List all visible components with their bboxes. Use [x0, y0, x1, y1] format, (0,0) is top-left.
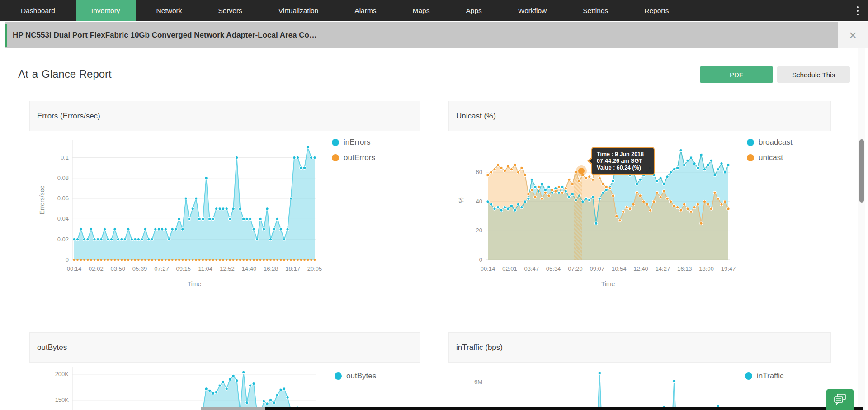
svg-text:05:39: 05:39	[132, 265, 147, 272]
svg-text:0.1: 0.1	[61, 154, 69, 161]
legend-dot-broadcast	[747, 139, 754, 146]
top-nav: DashboardInventoryNetworkServersVirtuali…	[0, 0, 868, 21]
nav-item-alarms[interactable]: Alarms	[339, 0, 392, 21]
svg-text:16:13: 16:13	[677, 265, 692, 272]
legend-dot-inErrors	[332, 139, 339, 146]
nav-item-servers[interactable]: Servers	[203, 0, 257, 21]
legend-unicast: broadcastunicast	[747, 138, 793, 162]
svg-text:00:14: 00:14	[481, 265, 495, 272]
svg-text:02:02: 02:02	[89, 265, 104, 272]
page-title: At-a-Glance Report	[18, 68, 112, 80]
chart-title-errors: Errors (Errors/sec)	[37, 112, 100, 121]
svg-text:200K: 200K	[55, 371, 69, 377]
svg-text:0.06: 0.06	[57, 195, 69, 202]
chart-title-unicast: Unicast (%)	[456, 112, 496, 121]
nav-item-apps[interactable]: Apps	[450, 0, 497, 21]
nav-item-reports[interactable]: Reports	[629, 0, 684, 21]
highlight-band	[574, 172, 582, 260]
nav-item-maps[interactable]: Maps	[397, 0, 445, 21]
svg-text:05:34: 05:34	[546, 265, 561, 272]
highlighted-point	[578, 168, 585, 174]
svg-text:12:40: 12:40	[633, 265, 648, 272]
legend-item-inTraffic[interactable]: inTraffic	[745, 372, 784, 381]
svg-text:07:20: 07:20	[568, 265, 583, 272]
svg-text:Errors/sec: Errors/sec	[38, 186, 46, 215]
chat-button[interactable]	[826, 389, 854, 410]
nav-item-dashboard[interactable]: Dashboard	[5, 0, 71, 21]
close-icon: ×	[849, 28, 857, 42]
banner-close-button[interactable]: ×	[838, 22, 868, 48]
svg-text:09:07: 09:07	[590, 265, 605, 272]
vertical-scrollbar-thumb[interactable]	[859, 139, 864, 203]
svg-text:%: %	[458, 197, 465, 203]
svg-text:03:50: 03:50	[110, 265, 125, 272]
svg-text:0.04: 0.04	[57, 215, 69, 222]
svg-text:11:04: 11:04	[198, 265, 212, 272]
svg-text:0: 0	[66, 256, 69, 263]
tooltip-time-line1: Time : 9 Jun 2018	[597, 151, 649, 158]
legend-outbytes: outBytes	[335, 372, 376, 381]
bottom-bar	[265, 407, 863, 410]
bottom-bar-thumb	[201, 407, 265, 410]
svg-text:0.02: 0.02	[57, 236, 69, 243]
svg-text:0.08: 0.08	[57, 174, 69, 181]
legend-item-outBytes[interactable]: outBytes	[335, 372, 376, 381]
legend-item-inErrors[interactable]: inErrors	[332, 138, 375, 147]
device-title: HP NC553i Dual Port FlexFabric 10Gb Conv…	[13, 31, 317, 40]
svg-text:6M: 6M	[474, 378, 482, 385]
vertical-scrollbar-track	[858, 48, 865, 410]
nav-item-inventory[interactable]: Inventory	[76, 0, 136, 21]
legend-item-unicast[interactable]: unicast	[747, 153, 793, 162]
svg-text:14:27: 14:27	[656, 265, 670, 272]
svg-text:40: 40	[476, 198, 482, 205]
nav-item-workflow[interactable]: Workflow	[503, 0, 562, 21]
svg-text:20:05: 20:05	[307, 265, 322, 272]
kebab-menu-icon[interactable]	[851, 0, 864, 21]
chart-tooltip: Time : 9 Jun 2018 07:44:26 am SGT Value …	[591, 147, 655, 175]
svg-text:19:47: 19:47	[721, 265, 736, 272]
legend-item-broadcast[interactable]: broadcast	[747, 138, 793, 147]
panel-header-outbytes: outBytes	[29, 332, 420, 363]
svg-text:18:17: 18:17	[285, 265, 300, 272]
panel-header-errors: Errors (Errors/sec)	[29, 101, 420, 131]
svg-text:0: 0	[479, 256, 482, 263]
svg-text:02:01: 02:01	[502, 265, 517, 272]
svg-text:20: 20	[476, 227, 482, 234]
legend-dot-outErrors	[332, 154, 339, 161]
nav-item-virtualization[interactable]: Virtualization	[263, 0, 334, 21]
legend-errors: inErrorsoutErrors	[332, 138, 375, 162]
nav-item-network[interactable]: Network	[141, 0, 198, 21]
svg-text:18:00: 18:00	[699, 265, 714, 272]
legend-dot-unicast	[747, 154, 754, 161]
svg-text:10:54: 10:54	[612, 265, 627, 272]
svg-text:16:28: 16:28	[264, 265, 278, 272]
svg-text:14:40: 14:40	[242, 265, 257, 272]
tooltip-value: Value : 60.24 (%)	[597, 165, 649, 171]
legend-intraffic: inTraffic	[745, 372, 784, 381]
intraffic-chart[interactable]: 6M	[445, 363, 753, 410]
panel-header-intraffic: inTraffic (bps)	[448, 332, 831, 363]
legend-label: inTraffic	[757, 372, 784, 381]
svg-text:Time: Time	[188, 280, 202, 287]
chat-bubbles-icon	[832, 393, 848, 406]
legend-label: outBytes	[346, 372, 376, 381]
svg-text:150K: 150K	[55, 396, 69, 403]
legend-label: unicast	[759, 153, 783, 162]
panel-header-unicast: Unicast (%)	[448, 101, 831, 131]
svg-text:09:15: 09:15	[176, 265, 191, 272]
banner-accent-bar	[5, 24, 7, 47]
outbytes-chart[interactable]: 150K200K	[32, 363, 339, 410]
legend-label: outErrors	[344, 153, 375, 162]
svg-text:Time: Time	[601, 280, 615, 287]
legend-item-outErrors[interactable]: outErrors	[332, 153, 375, 162]
chart-title-intraffic: inTraffic (bps)	[456, 343, 503, 352]
schedule-this-button[interactable]: Schedule This	[777, 66, 850, 83]
pdf-button[interactable]: PDF	[700, 66, 773, 83]
chart-title-outbytes: outBytes	[37, 343, 67, 352]
errors-chart[interactable]: 00.020.040.060.080.100:1402:0203:5005:39…	[32, 136, 339, 292]
svg-text:07:27: 07:27	[154, 265, 169, 272]
nav-item-settings[interactable]: Settings	[567, 0, 623, 21]
svg-text:60: 60	[476, 169, 482, 175]
tooltip-time-line2: 07:44:26 am SGT	[597, 158, 649, 165]
legend-dot-inTraffic	[745, 372, 752, 380]
